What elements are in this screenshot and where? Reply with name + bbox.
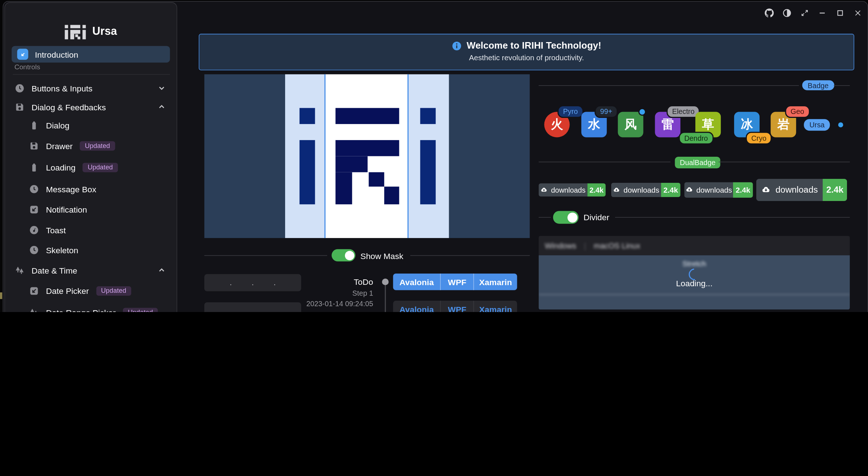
logo-block (336, 172, 352, 205)
updated-badge: Updated (123, 308, 158, 312)
timebox-dot: . (273, 279, 276, 287)
dual-badge-label: downloads (776, 185, 818, 195)
clock-icon (29, 184, 39, 193)
sidebar-nav-list: Buttons & Inputs Dialog & Feedbacks Dial… (5, 75, 177, 312)
divider-toggle[interactable] (553, 211, 579, 224)
timebox-dot: . (230, 307, 232, 312)
avalonia-button[interactable]: Avalonia (393, 301, 440, 312)
time-box-input[interactable]: . . . (204, 274, 301, 291)
github-icon[interactable] (762, 6, 776, 20)
info-icon (452, 41, 461, 51)
xamarin-button[interactable]: Xamarin (473, 274, 517, 290)
divider-line (615, 217, 850, 218)
toggle-knob (567, 212, 577, 222)
sidebar-item-date-range-picker[interactable]: Date Range Picker Updated (12, 303, 171, 312)
tab-macos-linux[interactable]: macOS Linux (594, 241, 640, 250)
element-wind: 风 (618, 112, 643, 137)
badge-dot (638, 108, 646, 116)
content-divider (539, 294, 850, 295)
updated-badge: Updated (80, 141, 115, 150)
mask-stripe-dark (449, 74, 530, 238)
sidebar-item-introduction[interactable]: Introduction (12, 46, 170, 63)
sidebar-item-message-box[interactable]: Message Box (12, 180, 171, 198)
timeline-step-time: 2023-01-14 09:24:05 (290, 300, 373, 308)
updated-badge: Updated (96, 286, 131, 295)
button-group-panel: Avalonia WPF Xamarin (393, 301, 517, 312)
sidebar-item-loading[interactable]: Loading Updated (12, 159, 171, 176)
divider-line (834, 85, 850, 86)
show-mask-toggle[interactable] (332, 249, 355, 262)
logo-block (300, 140, 315, 204)
dual-badge-value: 2.4k (587, 183, 605, 197)
minimize-icon[interactable] (815, 6, 829, 20)
sidebar-item-label: Introduction (35, 50, 78, 59)
mask-guide-line (407, 74, 408, 238)
clock-icon (15, 83, 24, 93)
badge-dot (838, 122, 843, 127)
avalonia-button[interactable]: Avalonia (393, 274, 440, 290)
item-label: Message Box (46, 184, 96, 193)
badge-ursa: Ursa (804, 119, 830, 131)
irihi-logo-image (204, 74, 530, 238)
timeline-dot (382, 279, 388, 285)
sidebar-group-dialog-feedbacks[interactable]: Dialog & Feedbacks (12, 98, 171, 116)
logo-block (369, 172, 384, 187)
welcome-banner: Welcome to IRIHI Technology! Aesthetic r… (199, 34, 854, 70)
badge-pyro: Pyro (558, 105, 583, 118)
timeline-step-label: Step 1 (301, 289, 373, 298)
timebox-dot: . (252, 307, 254, 312)
loading-text: Loading... (539, 279, 850, 288)
sidebar-group-date-time[interactable]: Date & Time (12, 261, 171, 279)
tab-separator: | (584, 241, 586, 250)
sidebar-item-notification[interactable]: Notification (12, 201, 171, 218)
tab-windows[interactable]: Windows (545, 241, 576, 250)
theme-toggle-icon[interactable] (780, 6, 794, 20)
divider-toggle-label: Divider (584, 213, 609, 222)
trees-icon (15, 266, 24, 275)
time-box-input[interactable]: . . . (204, 302, 301, 312)
badge-dendro: Dendro (679, 132, 713, 144)
show-mask-label: Show Mask (361, 251, 403, 261)
xamarin-button[interactable]: Xamarin (473, 301, 517, 312)
app-title: Ursa (92, 25, 117, 37)
dual-badge-label: downloads (696, 186, 732, 194)
arrow-square-icon (29, 286, 39, 295)
button-group-solid: Avalonia WPF Xamarin (393, 274, 517, 290)
mask-stripe-dark (204, 74, 285, 238)
downloads-dual-badge: downloads 2.4k (611, 183, 680, 197)
sidebar-item-date-picker[interactable]: Date Picker Updated (12, 282, 171, 300)
banner-subtitle: Aesthetic revolution of productivity. (199, 54, 853, 62)
controls-section-label: Controls (15, 63, 40, 71)
app-window: Ursa Introduction Controls Buttons & Inp… (0, 0, 868, 312)
clock-icon (29, 245, 39, 254)
dual-badge-value: 2.4k (661, 183, 680, 197)
timeline-line (385, 285, 386, 312)
floppy-icon (15, 102, 24, 112)
chevron-up-icon (158, 103, 165, 111)
divider-line (539, 217, 551, 218)
download-icon (613, 186, 620, 194)
fullscreen-icon[interactable] (798, 6, 811, 20)
item-label: Date Picker (46, 286, 89, 295)
sidebar-item-skeleton[interactable]: Skeleton (12, 241, 171, 259)
sidebar-item-drawer[interactable]: Drawer Updated (12, 137, 171, 155)
downloads-dual-badge: downloads 2.4k (684, 182, 753, 198)
logo-block (384, 186, 399, 204)
downloads-dual-badge: downloads 2.4k (756, 179, 847, 201)
close-icon[interactable] (851, 6, 864, 20)
download-icon (761, 185, 770, 195)
wpf-button[interactable]: WPF (440, 274, 474, 290)
timebox-dot: . (273, 307, 276, 312)
group-label: Date & Time (32, 266, 77, 275)
maximize-icon[interactable] (833, 6, 847, 20)
sidebar-item-dialog[interactable]: Dialog (12, 116, 171, 134)
sidebar-item-toast[interactable]: Toast (12, 221, 171, 239)
sidebar-group-buttons-inputs[interactable]: Buttons & Inputs (12, 79, 171, 97)
stretch-label: Stretch (539, 260, 850, 268)
wpf-button[interactable]: WPF (440, 301, 474, 312)
timeline-step-name: ToDo (301, 277, 373, 286)
sidebar: Ursa Introduction Controls Buttons & Inp… (4, 2, 177, 312)
logo-block (336, 108, 399, 124)
divider-line (539, 162, 670, 163)
download-icon (685, 186, 693, 194)
